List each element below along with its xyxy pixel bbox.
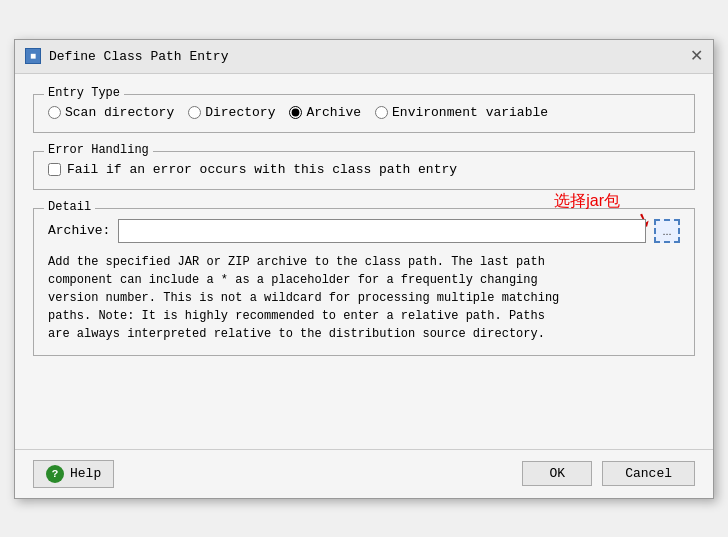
dialog-window: ■ Define Class Path Entry ✕ Entry Type S… <box>14 39 714 499</box>
detail-group: Detail 选择jar包 ➘ Archive: ... Add the spe… <box>33 208 695 356</box>
as-placeholder: * <box>221 273 228 287</box>
radio-archive[interactable]: Archive <box>289 105 361 120</box>
radio-env-variable[interactable]: Environment variable <box>375 105 548 120</box>
annotation-container: 选择jar包 ➘ Archive: ... <box>48 219 680 243</box>
footer-right: OK Cancel <box>522 461 695 486</box>
radio-scan-directory-input[interactable] <box>48 106 61 119</box>
annotation-text: 选择jar包 <box>554 191 620 212</box>
fail-on-error-checkbox[interactable] <box>48 163 61 176</box>
ok-button[interactable]: OK <box>522 461 592 486</box>
entry-type-group: Entry Type Scan directory Directory Arch… <box>33 94 695 133</box>
footer-left: ? Help <box>33 460 114 488</box>
description-text: Add the specified JAR or ZIP archive to … <box>48 253 680 343</box>
radio-env-variable-label: Environment variable <box>392 105 548 120</box>
radio-directory-input[interactable] <box>188 106 201 119</box>
fail-on-error-checkbox-item: Fail if an error occurs with this class … <box>48 162 680 177</box>
radio-directory-label: Directory <box>205 105 275 120</box>
cancel-button[interactable]: Cancel <box>602 461 695 486</box>
radio-archive-label: Archive <box>306 105 361 120</box>
help-button[interactable]: ? Help <box>33 460 114 488</box>
window-icon: ■ <box>25 48 41 64</box>
entry-type-legend: Entry Type <box>44 86 124 100</box>
radio-env-variable-input[interactable] <box>375 106 388 119</box>
dialog-footer: ? Help OK Cancel <box>15 449 713 498</box>
archive-input[interactable] <box>118 219 646 243</box>
detail-legend: Detail <box>44 200 95 214</box>
radio-directory[interactable]: Directory <box>188 105 275 120</box>
dialog-body: Entry Type Scan directory Directory Arch… <box>15 74 713 449</box>
error-handling-legend: Error Handling <box>44 143 153 157</box>
archive-label: Archive: <box>48 223 110 238</box>
close-button[interactable]: ✕ <box>690 48 703 64</box>
radio-scan-directory-label: Scan directory <box>65 105 174 120</box>
entry-type-radio-group: Scan directory Directory Archive Environ… <box>48 105 680 120</box>
title-bar-left: ■ Define Class Path Entry <box>25 48 228 64</box>
archive-row: Archive: ... <box>48 219 680 243</box>
help-icon: ? <box>46 465 64 483</box>
fail-on-error-label: Fail if an error occurs with this class … <box>67 162 457 177</box>
error-handling-group: Error Handling Fail if an error occurs w… <box>33 151 695 190</box>
browse-button[interactable]: ... <box>654 219 680 243</box>
radio-archive-input[interactable] <box>289 106 302 119</box>
dialog-title: Define Class Path Entry <box>49 49 228 64</box>
help-label: Help <box>70 466 101 481</box>
title-bar: ■ Define Class Path Entry ✕ <box>15 40 713 74</box>
radio-scan-directory[interactable]: Scan directory <box>48 105 174 120</box>
